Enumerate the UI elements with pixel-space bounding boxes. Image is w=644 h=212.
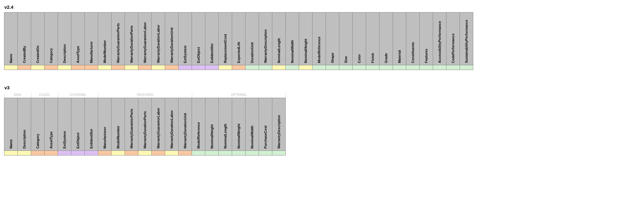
column-header-label: CreatedBy: [22, 46, 26, 63]
column-header: SustainabilityPerformance: [460, 12, 473, 65]
column-header: NominalWidth: [285, 12, 299, 65]
column-header-label: ExtIdentifier: [210, 43, 214, 63]
column-header-label: Material: [398, 50, 401, 63]
body-cell: [17, 65, 31, 70]
column-header-label: WarrantyGuarantorLabor: [143, 22, 147, 63]
column-header-label: Shape: [331, 53, 334, 63]
body-cell: [406, 65, 420, 70]
body-cell: [138, 150, 152, 155]
column-header: Category: [31, 98, 45, 151]
column-header: Description: [58, 12, 71, 65]
column-header: NominalLength: [218, 98, 232, 151]
body-cell: [98, 150, 112, 155]
column-header-label: ModelNumber: [116, 126, 120, 149]
column-header-label: WarrantyGuarantorLabor: [156, 108, 160, 149]
body-cell: [285, 65, 299, 70]
column-table: NameDescriptionCategoryAssetTypeExtSyste…: [4, 98, 640, 155]
column-header: WarrantyDurationParts: [138, 98, 152, 151]
body-cell: [192, 150, 205, 155]
column-header: Finish: [366, 12, 379, 65]
column-header: DurationUnit: [245, 12, 259, 65]
column-header-label: PurchaseCost: [264, 126, 267, 149]
column-header-label: Manufacturer: [103, 127, 107, 149]
column-header-label: WarrantyDescription: [264, 29, 267, 63]
column-header-label: AssetType: [49, 131, 53, 149]
body-cell: [446, 65, 460, 70]
column-header: WarrantyDescription: [272, 98, 286, 151]
body-cell: [245, 150, 259, 155]
body-cell: [272, 65, 286, 70]
column-header: ExtIdentifier: [205, 12, 219, 65]
group-header: CLASS.: [31, 93, 58, 98]
section-title: v2.4: [4, 4, 640, 10]
column-header-label: NominalLength: [277, 38, 281, 63]
body-cell: [460, 65, 473, 70]
column-header-label: WarrantyDurationParts: [143, 111, 147, 149]
body-row: [4, 65, 640, 70]
column-header: Description: [17, 98, 31, 151]
body-cell: [165, 150, 179, 155]
column-header: PurchaseCost: [259, 98, 272, 151]
column-header: WarrantyGuarantorParts: [125, 98, 138, 151]
body-cell: [366, 65, 379, 70]
column-header-label: CreatedOn: [36, 46, 40, 63]
column-header: WarrantyDurationLabor: [165, 98, 179, 151]
body-cell: [71, 150, 85, 155]
column-header: ModelNumber: [98, 12, 112, 65]
page: v2.4NameCreatedByCreatedOnCategoryDescri…: [0, 0, 644, 180]
body-cell: [218, 65, 232, 70]
column-header-label: ExtSystem: [183, 46, 187, 63]
column-header: WarrantyGuarantorLabor: [151, 98, 165, 151]
column-header-label: Color: [357, 54, 361, 63]
body-cell: [138, 65, 152, 70]
body-cell: [44, 65, 58, 70]
section-v24: v2.4NameCreatedByCreatedOnCategoryDescri…: [4, 4, 640, 70]
column-header-label: WarrantyDurationUnit: [170, 27, 174, 63]
column-header-label: Category: [36, 134, 40, 149]
column-header: ExtSystem: [58, 98, 71, 151]
column-header-label: WarrantyDurationLabor: [170, 110, 174, 149]
column-header: AccessibilityPerformance: [433, 12, 446, 65]
body-cell: [125, 65, 138, 70]
column-header: Constituents: [406, 12, 420, 65]
column-header: CodePerformance: [446, 12, 460, 65]
column-header-label: NominalHeight: [304, 39, 308, 63]
column-header: NominalHeight: [299, 12, 312, 65]
column-header: CreatedOn: [31, 12, 45, 65]
body-cell: [232, 150, 246, 155]
section-v3: v3IDEN.CLASS.EXTERNALREQUIREDOPTIONALNam…: [4, 85, 640, 155]
column-header: Manufacturer: [98, 98, 112, 151]
section-title: v3: [4, 85, 640, 90]
column-header-label: ReplacementCost: [223, 34, 227, 63]
column-header-label: Finish: [371, 53, 374, 63]
column-header: ExtObject: [71, 98, 85, 151]
column-header-label: Features: [424, 49, 428, 63]
column-header-label: ExtSystem: [63, 131, 66, 149]
body-cell: [272, 150, 286, 155]
body-cell: [312, 65, 326, 70]
column-header: NominalHeight: [205, 98, 219, 151]
column-header-label: AssetType: [76, 46, 80, 63]
body-cell: [4, 150, 18, 155]
body-cell: [58, 65, 71, 70]
body-cell: [31, 150, 45, 155]
body-cell: [165, 65, 179, 70]
body-cell: [4, 65, 18, 70]
column-header-label: Description: [22, 130, 26, 149]
column-header: Category: [44, 12, 58, 65]
column-header: NominalWidth: [245, 98, 259, 151]
column-header-label: Grade: [384, 53, 388, 63]
body-cell: [58, 150, 71, 155]
column-header-label: NominalLength: [223, 124, 227, 149]
body-cell: [192, 65, 205, 70]
column-header-label: ExtObject: [76, 133, 80, 149]
body-cell: [379, 65, 393, 70]
body-cell: [339, 65, 353, 70]
body-cell: [111, 65, 125, 70]
column-header-label: WarrantyGuarantorParts: [116, 23, 120, 63]
column-header-label: WarrantyGuarantorParts: [130, 109, 133, 149]
body-cell: [84, 150, 98, 155]
column-header: WarrantyGuarantorLabor: [138, 12, 152, 65]
body-cell: [31, 65, 45, 70]
column-header: WarrantyGuarantorParts: [111, 12, 125, 65]
